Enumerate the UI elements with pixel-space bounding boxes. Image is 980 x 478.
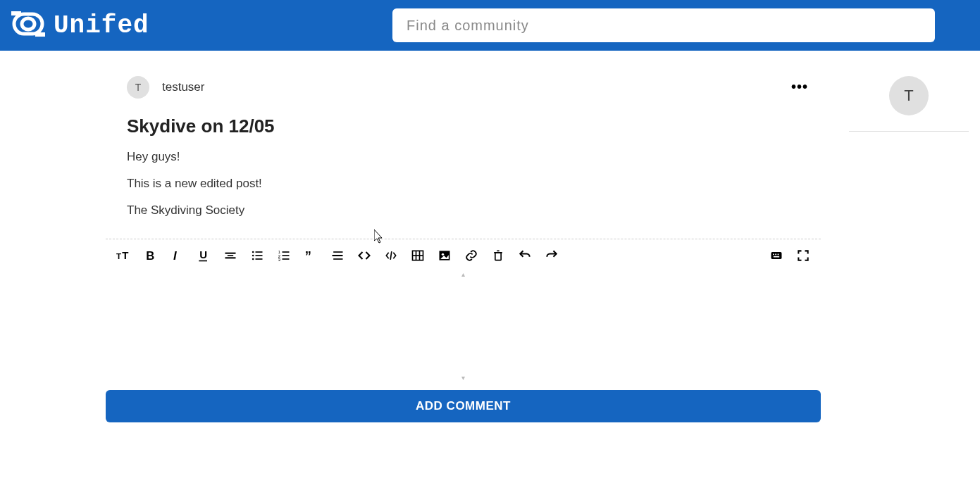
delete-icon[interactable]: [490, 248, 506, 263]
post-title: Skydive on 12/05: [127, 115, 800, 137]
post-paragraph: Hey guys!: [127, 150, 800, 164]
svg-rect-43: [778, 254, 779, 256]
svg-line-29: [390, 251, 392, 260]
svg-rect-37: [495, 253, 501, 260]
image-icon[interactable]: [437, 248, 452, 263]
italic-icon[interactable]: I: [169, 248, 185, 263]
horizontal-rule-icon[interactable]: [330, 248, 345, 263]
svg-rect-44: [774, 256, 779, 258]
ordered-list-icon[interactable]: 123: [276, 248, 292, 263]
brand-logo[interactable]: Unifed: [11, 10, 149, 41]
svg-rect-2: [11, 11, 21, 15]
redo-icon[interactable]: [544, 248, 559, 263]
editor-toolbar: TT B I U 123 ”: [106, 239, 821, 272]
search-input[interactable]: [392, 8, 935, 42]
bullet-list-icon[interactable]: [249, 248, 265, 263]
code-block-icon[interactable]: [383, 248, 399, 263]
author-row: T testuser •••: [106, 76, 821, 99]
search-container: [392, 8, 935, 42]
sidebar: T: [849, 76, 969, 422]
svg-rect-40: [771, 252, 782, 259]
svg-point-13: [252, 251, 254, 253]
svg-point-15: [252, 258, 254, 260]
fullscreen-icon[interactable]: [795, 248, 811, 263]
strikethrough-icon[interactable]: [223, 248, 238, 263]
quote-icon[interactable]: ”: [303, 248, 318, 263]
svg-text:I: I: [173, 249, 177, 263]
post-paragraph: This is a new edited post!: [127, 177, 800, 191]
svg-text:”: ”: [305, 249, 311, 263]
svg-text:B: B: [146, 249, 154, 263]
resize-handle-bottom[interactable]: ▾: [461, 374, 465, 382]
current-user-avatar[interactable]: T: [889, 76, 929, 115]
svg-rect-42: [775, 254, 776, 256]
comment-editor[interactable]: ▴ ▾: [106, 272, 821, 377]
svg-rect-3: [35, 32, 45, 37]
svg-text:T: T: [116, 251, 121, 260]
post-column: T testuser ••• Skydive on 12/05 Hey guys…: [106, 76, 821, 422]
svg-rect-41: [773, 254, 774, 256]
app-header: Unifed: [0, 0, 980, 51]
logo-icon: [11, 10, 45, 41]
bold-icon[interactable]: B: [142, 248, 158, 263]
keyboard-icon[interactable]: [769, 248, 784, 263]
table-icon[interactable]: [410, 248, 426, 263]
add-comment-button[interactable]: ADD COMMENT: [106, 390, 821, 422]
svg-text:U: U: [199, 249, 207, 260]
author-username[interactable]: testuser: [162, 80, 204, 94]
link-icon[interactable]: [464, 248, 479, 263]
underline-icon[interactable]: U: [196, 248, 211, 263]
svg-text:T: T: [122, 249, 128, 261]
svg-point-14: [252, 255, 254, 257]
more-options-button[interactable]: •••: [791, 79, 808, 95]
svg-point-1: [22, 18, 35, 30]
post-body: Hey guys! This is a new edited post! The…: [127, 150, 800, 218]
code-inline-icon[interactable]: [356, 248, 372, 263]
brand-name: Unifed: [54, 11, 149, 40]
author-avatar[interactable]: T: [127, 76, 149, 99]
post-paragraph: The Skydiving Society: [127, 203, 800, 218]
undo-icon[interactable]: [517, 248, 533, 263]
svg-point-35: [442, 253, 444, 256]
text-size-icon[interactable]: TT: [116, 248, 131, 263]
sidebar-divider: [849, 131, 969, 132]
main-content: T testuser ••• Skydive on 12/05 Hey guys…: [0, 51, 980, 422]
resize-handle-top[interactable]: ▴: [461, 270, 465, 278]
svg-text:3: 3: [278, 258, 280, 262]
